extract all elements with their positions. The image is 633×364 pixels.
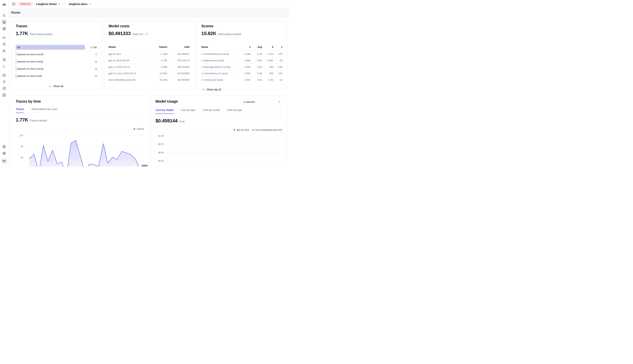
usage-cost-label: Cost xyxy=(179,120,185,123)
sidebar-item-settings[interactable] xyxy=(1,144,7,149)
chart-legend: Traces xyxy=(16,128,144,130)
traces-tracked-metric: 1.77K xyxy=(16,117,28,123)
sidebar-toggle-button[interactable] xyxy=(11,2,16,7)
bar-value: 5 xyxy=(85,60,97,63)
traces-by-time-tabs: Traces Observations by Level xyxy=(16,107,144,113)
usage-cost-metric: $0.459144 xyxy=(156,118,178,124)
traces-tracked-label: Traces tracked xyxy=(30,119,47,122)
svg-text:120: 120 xyxy=(19,134,23,137)
sidebar-item-search[interactable] xyxy=(1,13,7,18)
sidebar-item-insights[interactable] xyxy=(1,79,7,84)
model-costs-card: Model costs $0.491333 Total cost Model T… xyxy=(104,20,194,90)
sidebar-item-annotation[interactable] xyxy=(1,86,7,91)
bar-fill xyxy=(16,59,17,64)
database-icon xyxy=(3,94,6,97)
table-header: Name # Avg 0 1 xyxy=(201,46,282,51)
sidebar-item-home[interactable] xyxy=(1,20,7,24)
bar-label: dataset-run-item-cmcvp xyxy=(17,66,44,71)
svg-text:60: 60 xyxy=(21,156,23,159)
tab-cost-by-type[interactable]: Cost by type xyxy=(181,108,195,114)
stats-row: Traces 1.77K Total traces tracked qa 1,7… xyxy=(11,20,287,90)
show-top-20-button[interactable]: Show top 20 xyxy=(201,87,222,92)
sidebar-item-playground[interactable] xyxy=(1,64,7,69)
tab-observations-by-level[interactable]: Observations by Level xyxy=(31,107,57,113)
table-row: # conciseness-v1 (eval) 1.95K 0.48 240 2… xyxy=(201,70,282,76)
user-avatar[interactable]: FK xyxy=(2,158,7,164)
legend-dot xyxy=(234,129,235,131)
legend-label: gpt-4o-mini xyxy=(237,128,249,131)
sidebar-item-prompts[interactable] xyxy=(1,57,7,62)
table-row: # contextrelevance (eval) 2.04K 0.34 1.2… xyxy=(201,51,282,57)
show-all-button[interactable]: Show all xyxy=(48,84,64,88)
card-title: Model costs xyxy=(109,24,190,28)
info-icon[interactable] xyxy=(145,33,148,36)
sidebar-item-datasets[interactable] xyxy=(1,92,7,98)
topbar: PROD-EU Langfuse Demo langfuse-docs xyxy=(9,0,290,8)
lifebuoy-icon xyxy=(3,152,6,155)
scores-table: Name # Avg 0 1 # contextrelevance (eval)… xyxy=(201,46,282,83)
scores-total-metric: 15.82K xyxy=(201,31,216,36)
sidebar-item-tracing[interactable] xyxy=(1,35,7,40)
legend-dot xyxy=(252,129,254,131)
chevron-down-icon xyxy=(89,3,91,5)
bar-fill xyxy=(16,52,17,57)
traces-bar-list: qa 1,736 dataset-run-item-cmc29 7 datase… xyxy=(16,45,97,78)
sidebar-item-support[interactable] xyxy=(1,150,7,156)
terminal-icon xyxy=(3,64,6,68)
card-title: Model Usage xyxy=(156,99,178,104)
trace-bar-row[interactable]: dataset-run-item-cmcvp 5 xyxy=(16,66,97,71)
traces-by-time-card: Traces by time Traces Observations by Le… xyxy=(11,95,149,166)
line-chart-svg: $1.00$0.75$0.50$0.25 xyxy=(156,133,281,164)
trace-bar-row[interactable]: dataset-run-item-cmcjf 5 xyxy=(16,74,97,78)
traces-total-metric: 1.77K xyxy=(16,31,28,36)
scores-total-label: Total scores tracked xyxy=(218,33,241,36)
table-row: text-embedding-ada-002 28.43K $0.002843 xyxy=(109,76,190,83)
sidebar-item-evaluation[interactable] xyxy=(1,72,7,78)
bar-label: qa xyxy=(17,45,20,50)
chart-legend: gpt-4o-mini text-embedding-ada-002 xyxy=(156,128,282,131)
sidebar-item-users[interactable] xyxy=(1,48,7,53)
legend-item: text-embedding-ada-002 xyxy=(252,128,282,131)
gear-icon xyxy=(3,145,6,148)
table-header: Model Tokens USD xyxy=(109,46,190,51)
svg-text:$0.50: $0.50 xyxy=(158,151,164,154)
svg-text:$1.00: $1.00 xyxy=(158,135,164,137)
bar-fill xyxy=(16,74,17,78)
file-code-icon xyxy=(3,58,6,62)
charts-row: Traces by time Traces Observations by Le… xyxy=(11,95,287,166)
trace-bar-row[interactable]: dataset-run-item-cmc29 7 xyxy=(16,52,97,57)
area-chart-svg: 120906030 xyxy=(16,132,144,166)
tab-units-by-type[interactable]: Units by type xyxy=(227,108,242,114)
table-row: # hallucination (eval) 1.96K 0.05 1.58K … xyxy=(201,57,282,64)
model-selector[interactable]: 2 selected xyxy=(241,99,282,104)
bar-value: 5 xyxy=(85,68,97,70)
sidebar: FK xyxy=(0,0,9,166)
scores-card: Scores 15.82K Total scores tracked Name … xyxy=(197,20,287,90)
tab-cost-by-model[interactable]: Cost by model xyxy=(156,108,174,114)
legend-dot xyxy=(134,128,135,130)
sidebar-item-dashboards[interactable] xyxy=(1,26,7,31)
list-tree-icon xyxy=(3,36,6,39)
clock-icon xyxy=(3,42,6,46)
tab-traces[interactable]: Traces xyxy=(16,107,24,113)
app-window: FK PROD-EU Langfuse Demo langfuse-docs H… xyxy=(0,0,290,166)
total-cost-metric: $0.491333 xyxy=(109,31,131,36)
horizontal-scrollbar-thumb[interactable] xyxy=(142,165,148,166)
bar-fill xyxy=(16,66,17,71)
trace-bar-row[interactable]: dataset-run-item-cmcky 5 xyxy=(16,59,97,64)
org-name: Langfuse Demo xyxy=(36,2,57,6)
sidebar-item-sessions[interactable] xyxy=(1,42,7,47)
tab-units-by-model[interactable]: Units by model xyxy=(202,108,220,114)
chevron-down-icon xyxy=(58,3,60,5)
table-row: # contains-pii (eval) 1.92K 0.01 1.9K 14 xyxy=(201,76,282,83)
model-selector-value: 2 selected xyxy=(243,100,255,103)
panel-left-icon xyxy=(12,2,16,6)
org-selector[interactable]: Langfuse Demo xyxy=(35,2,62,6)
project-name: langfuse-docs xyxy=(69,2,88,6)
legend-item: gpt-4o-mini xyxy=(234,128,249,131)
langfuse-logo[interactable] xyxy=(2,2,7,7)
usage-line-chart: $1.00$0.75$0.50$0.25 xyxy=(156,133,282,164)
trace-bar-row[interactable]: qa 1,736 xyxy=(16,45,97,50)
project-selector[interactable]: langfuse-docs xyxy=(68,2,92,6)
content: Traces 1.77K Total traces tracked qa 1,7… xyxy=(9,17,290,166)
